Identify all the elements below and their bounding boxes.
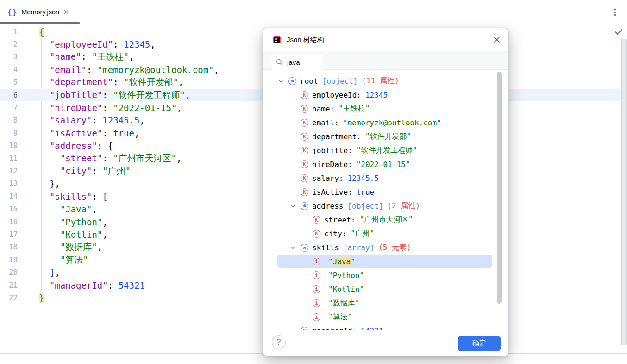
line-number: 3	[0, 53, 18, 61]
editor-tab-bar: {} Memory.json	[0, 0, 627, 24]
search-box[interactable]	[271, 55, 323, 70]
tree-row[interactable]: askills[array](5 元素)	[263, 241, 508, 254]
tree-row[interactable]: KemployeeId:12345	[263, 88, 508, 102]
key-icon: K	[313, 230, 320, 238]
token: "skills"	[50, 191, 92, 202]
token: "street"	[60, 153, 103, 163]
token: "数据库"	[60, 241, 97, 252]
tree-row[interactable]: Kstreet:"广州市天河区"	[263, 213, 508, 227]
tree-row[interactable]: KisActive:true	[263, 185, 508, 199]
token: true	[113, 128, 134, 138]
line-number: 7	[0, 104, 18, 112]
token	[39, 153, 60, 163]
token: ,	[178, 77, 183, 87]
tree-node-value: "Kotlin"	[328, 285, 364, 294]
chevron-down-icon[interactable]	[290, 204, 301, 208]
item-icon: i	[313, 299, 320, 307]
tab-close-icon[interactable]	[63, 9, 69, 15]
tree-scrollbar[interactable]	[497, 72, 502, 304]
tree-row[interactable]: i"算法"	[263, 310, 508, 324]
intellij-idea-logo-icon: IJ	[273, 36, 281, 43]
ok-button[interactable]: 确定	[458, 336, 501, 351]
tree-row[interactable]: Kdepartment:"软件开发部"	[263, 130, 508, 143]
token: :	[113, 39, 124, 49]
value-token: "2022-01-15"	[357, 160, 410, 169]
tree-row[interactable]: Kemail:"memoryzk@outlook.com"	[263, 116, 508, 130]
tree-node-type-tag: [array]	[343, 243, 374, 252]
token	[39, 77, 50, 87]
line-number: 12	[0, 167, 18, 175]
key-icon: K	[301, 188, 308, 196]
token: "memoryzk@outlook.com"	[97, 65, 214, 75]
tree-row[interactable]: Ksalary:12345.5	[263, 171, 508, 185]
token	[39, 141, 50, 151]
tree-row[interactable]: KhireDate:"2022-01-15"	[263, 157, 508, 171]
tree-row[interactable]: Kname:"王铁柱"	[263, 102, 508, 116]
object-icon	[301, 202, 308, 210]
chevron-down-icon[interactable]	[278, 80, 288, 83]
editor-options-kebab-icon[interactable]	[610, 7, 620, 17]
dialog-close-icon[interactable]	[493, 36, 501, 44]
tree-row[interactable]: KjobTitle:"软件开发工程师"	[263, 143, 508, 157]
token: ,	[92, 204, 97, 214]
token: "address"	[50, 141, 97, 151]
line-number: 18	[0, 243, 18, 251]
tab-memory-json[interactable]: {} Memory.json	[0, 0, 77, 24]
tree-node-value: 54321	[361, 327, 383, 330]
token	[39, 128, 50, 138]
value-token: "广州"	[351, 229, 374, 238]
tree-node-count: (5 元素)	[378, 243, 411, 253]
key-icon: K	[301, 327, 308, 330]
code-text: "数据库",	[18, 241, 102, 253]
editor-scrollbar[interactable]	[621, 39, 627, 345]
tree-search-row	[263, 51, 508, 70]
token: ,	[150, 39, 155, 49]
value-token: "Kotlin"	[328, 285, 364, 294]
token: "2022-01-15"	[113, 103, 176, 113]
help-button[interactable]: ?	[272, 335, 286, 349]
dialog-header: IJ Json 树结构	[263, 28, 508, 51]
tab-title: Memory.json	[21, 8, 59, 16]
code-text: "department": "软件开发部",	[18, 76, 183, 88]
token: ]	[50, 267, 55, 278]
tree-row[interactable]: address[object](2 属性)	[263, 199, 508, 213]
tree-node-label: address	[312, 202, 343, 210]
array-icon: a	[301, 244, 308, 252]
tree-row[interactable]: root[object](11 属性)	[263, 74, 508, 88]
tree-row[interactable]: Kcity:"广州"	[263, 227, 508, 241]
code-text: {	[18, 27, 44, 37]
search-input[interactable]	[287, 58, 316, 66]
json-tree-dialog: IJ Json 树结构 root[object](11 属性)Kemployee…	[263, 28, 509, 356]
line-number: 10	[0, 142, 18, 150]
token: "Java"	[60, 204, 92, 214]
json-file-icon: {}	[7, 8, 17, 17]
key-icon: K	[301, 147, 308, 154]
token: :	[92, 191, 102, 202]
tree-row[interactable]: i"Java"	[263, 254, 508, 268]
line-number: 11	[0, 154, 18, 163]
value-token: "	[351, 257, 355, 266]
token: "department"	[50, 77, 113, 87]
value-token: "王铁柱"	[339, 104, 370, 113]
line-number: 13	[0, 179, 18, 188]
tree-node-value: "算法"	[328, 312, 352, 322]
tree-row[interactable]: i"Kotlin"	[263, 282, 508, 296]
tree-row[interactable]: i"数据库"	[263, 296, 508, 310]
token	[39, 166, 60, 176]
code-text: "email": "memoryzk@outlook.com",	[18, 65, 219, 75]
token: [	[102, 191, 107, 202]
token: "软件开发工程师"	[113, 90, 185, 100]
token: ,	[97, 241, 102, 252]
line-number: 8	[0, 116, 18, 124]
chevron-down-icon[interactable]	[290, 246, 301, 249]
inspections-ok-check-icon[interactable]	[614, 28, 623, 36]
value-token: "算法"	[328, 312, 352, 321]
token: :	[113, 77, 124, 87]
tree-row[interactable]: KmanagerId:54321	[263, 324, 508, 330]
ide-window: {} Memory.json 1{2 "employeeId": 12345,3…	[0, 0, 627, 364]
tree-node-count: (2 属性)	[388, 201, 420, 211]
line-number: 5	[0, 78, 18, 86]
token	[39, 267, 50, 278]
tree-row[interactable]: i"Python"	[263, 268, 508, 282]
tree-node-label: department:	[312, 132, 361, 141]
